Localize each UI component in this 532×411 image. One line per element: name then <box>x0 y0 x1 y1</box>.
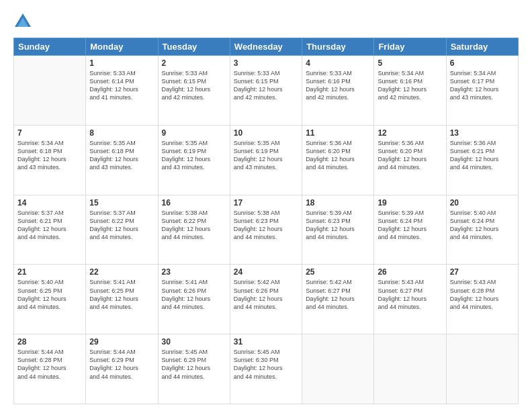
day-number: 5 <box>378 58 442 68</box>
day-content: Sunrise: 5:34 AMSunset: 6:18 PMDaylight:… <box>17 139 82 172</box>
day-number: 10 <box>234 128 298 138</box>
day-content: Sunrise: 5:38 AMSunset: 6:23 PMDaylight:… <box>234 209 298 242</box>
calendar-cell: 30Sunrise: 5:45 AMSunset: 6:29 PMDayligh… <box>158 334 230 404</box>
day-content: Sunrise: 5:45 AMSunset: 6:29 PMDaylight:… <box>162 348 226 381</box>
day-number: 8 <box>89 128 154 138</box>
calendar-week-5: 28Sunrise: 5:44 AMSunset: 6:28 PMDayligh… <box>14 334 519 404</box>
calendar-cell: 23Sunrise: 5:41 AMSunset: 6:26 PMDayligh… <box>158 265 230 334</box>
day-content: Sunrise: 5:37 AMSunset: 6:21 PMDaylight:… <box>17 209 82 242</box>
logo <box>13 12 35 31</box>
day-content: Sunrise: 5:39 AMSunset: 6:23 PMDaylight:… <box>306 209 370 242</box>
calendar-cell: 1Sunrise: 5:33 AMSunset: 6:14 PMDaylight… <box>86 56 158 126</box>
day-content: Sunrise: 5:36 AMSunset: 6:20 PMDaylight:… <box>306 139 370 172</box>
day-header-tuesday: Tuesday <box>158 38 230 56</box>
day-header-wednesday: Wednesday <box>230 38 302 56</box>
day-number: 11 <box>306 128 370 138</box>
day-content: Sunrise: 5:33 AMSunset: 6:14 PMDaylight:… <box>89 69 154 102</box>
day-number: 21 <box>17 267 82 277</box>
calendar-table: SundayMondayTuesdayWednesdayThursdayFrid… <box>13 38 519 404</box>
day-content: Sunrise: 5:40 AMSunset: 6:24 PMDaylight:… <box>450 209 515 242</box>
day-content: Sunrise: 5:35 AMSunset: 6:18 PMDaylight:… <box>89 139 154 172</box>
calendar-week-2: 7Sunrise: 5:34 AMSunset: 6:18 PMDaylight… <box>14 125 519 195</box>
day-number: 30 <box>162 337 226 347</box>
day-content: Sunrise: 5:42 AMSunset: 6:26 PMDaylight:… <box>234 278 298 311</box>
calendar-cell: 31Sunrise: 5:45 AMSunset: 6:30 PMDayligh… <box>230 334 302 404</box>
day-number: 16 <box>162 198 226 208</box>
calendar-cell: 17Sunrise: 5:38 AMSunset: 6:23 PMDayligh… <box>230 195 302 265</box>
calendar-cell: 10Sunrise: 5:35 AMSunset: 6:19 PMDayligh… <box>230 125 302 195</box>
calendar-cell: 29Sunrise: 5:44 AMSunset: 6:29 PMDayligh… <box>86 334 158 404</box>
day-number: 22 <box>89 267 154 277</box>
day-number: 2 <box>162 58 226 68</box>
day-number: 28 <box>17 337 82 347</box>
day-number: 23 <box>162 267 226 277</box>
calendar-cell: 2Sunrise: 5:33 AMSunset: 6:15 PMDaylight… <box>158 56 230 126</box>
calendar-cell: 11Sunrise: 5:36 AMSunset: 6:20 PMDayligh… <box>302 125 374 195</box>
day-header-friday: Friday <box>374 38 446 56</box>
calendar-header-row: SundayMondayTuesdayWednesdayThursdayFrid… <box>14 38 519 56</box>
calendar-cell <box>302 334 374 404</box>
day-content: Sunrise: 5:42 AMSunset: 6:27 PMDaylight:… <box>306 278 370 311</box>
day-content: Sunrise: 5:43 AMSunset: 6:27 PMDaylight:… <box>378 278 442 311</box>
day-number: 9 <box>162 128 226 138</box>
calendar-week-1: 1Sunrise: 5:33 AMSunset: 6:14 PMDaylight… <box>14 56 519 126</box>
page: SundayMondayTuesdayWednesdayThursdayFrid… <box>0 0 532 411</box>
day-content: Sunrise: 5:34 AMSunset: 6:16 PMDaylight:… <box>378 69 442 102</box>
day-number: 14 <box>17 198 82 208</box>
day-number: 29 <box>89 337 154 347</box>
calendar-cell: 21Sunrise: 5:40 AMSunset: 6:25 PMDayligh… <box>14 265 86 334</box>
day-number: 27 <box>450 267 515 277</box>
calendar-cell: 16Sunrise: 5:38 AMSunset: 6:22 PMDayligh… <box>158 195 230 265</box>
day-number: 20 <box>450 198 515 208</box>
day-content: Sunrise: 5:33 AMSunset: 6:15 PMDaylight:… <box>162 69 226 102</box>
calendar-cell <box>14 56 86 126</box>
day-number: 31 <box>234 337 298 347</box>
day-content: Sunrise: 5:43 AMSunset: 6:28 PMDaylight:… <box>450 278 515 311</box>
day-content: Sunrise: 5:36 AMSunset: 6:21 PMDaylight:… <box>450 139 515 172</box>
day-content: Sunrise: 5:33 AMSunset: 6:16 PMDaylight:… <box>306 69 370 102</box>
day-content: Sunrise: 5:41 AMSunset: 6:25 PMDaylight:… <box>89 278 154 311</box>
day-number: 19 <box>378 198 442 208</box>
calendar-week-3: 14Sunrise: 5:37 AMSunset: 6:21 PMDayligh… <box>14 195 519 265</box>
day-content: Sunrise: 5:44 AMSunset: 6:29 PMDaylight:… <box>89 348 154 381</box>
calendar-cell: 19Sunrise: 5:39 AMSunset: 6:24 PMDayligh… <box>374 195 446 265</box>
day-content: Sunrise: 5:45 AMSunset: 6:30 PMDaylight:… <box>234 348 298 381</box>
calendar-cell: 8Sunrise: 5:35 AMSunset: 6:18 PMDaylight… <box>86 125 158 195</box>
day-number: 6 <box>450 58 515 68</box>
day-content: Sunrise: 5:33 AMSunset: 6:15 PMDaylight:… <box>234 69 298 102</box>
calendar-week-4: 21Sunrise: 5:40 AMSunset: 6:25 PMDayligh… <box>14 265 519 334</box>
day-content: Sunrise: 5:36 AMSunset: 6:20 PMDaylight:… <box>378 139 442 172</box>
calendar-cell <box>446 334 518 404</box>
day-content: Sunrise: 5:39 AMSunset: 6:24 PMDaylight:… <box>378 209 442 242</box>
day-header-thursday: Thursday <box>302 38 374 56</box>
calendar-cell: 18Sunrise: 5:39 AMSunset: 6:23 PMDayligh… <box>302 195 374 265</box>
day-number: 12 <box>378 128 442 138</box>
day-number: 13 <box>450 128 515 138</box>
day-header-sunday: Sunday <box>14 38 86 56</box>
day-content: Sunrise: 5:40 AMSunset: 6:25 PMDaylight:… <box>17 278 82 311</box>
day-content: Sunrise: 5:34 AMSunset: 6:17 PMDaylight:… <box>450 69 515 102</box>
calendar-cell: 28Sunrise: 5:44 AMSunset: 6:28 PMDayligh… <box>14 334 86 404</box>
day-number: 15 <box>89 198 154 208</box>
day-content: Sunrise: 5:37 AMSunset: 6:22 PMDaylight:… <box>89 209 154 242</box>
day-number: 25 <box>306 267 370 277</box>
day-content: Sunrise: 5:38 AMSunset: 6:22 PMDaylight:… <box>162 209 226 242</box>
day-number: 7 <box>17 128 82 138</box>
day-header-monday: Monday <box>86 38 158 56</box>
day-number: 26 <box>378 267 442 277</box>
day-content: Sunrise: 5:35 AMSunset: 6:19 PMDaylight:… <box>234 139 298 172</box>
calendar-cell: 9Sunrise: 5:35 AMSunset: 6:19 PMDaylight… <box>158 125 230 195</box>
calendar-cell <box>374 334 446 404</box>
day-number: 1 <box>89 58 154 68</box>
day-number: 4 <box>306 58 370 68</box>
calendar-cell: 22Sunrise: 5:41 AMSunset: 6:25 PMDayligh… <box>86 265 158 334</box>
calendar-cell: 25Sunrise: 5:42 AMSunset: 6:27 PMDayligh… <box>302 265 374 334</box>
calendar-cell: 3Sunrise: 5:33 AMSunset: 6:15 PMDaylight… <box>230 56 302 126</box>
day-number: 3 <box>234 58 298 68</box>
calendar-cell: 26Sunrise: 5:43 AMSunset: 6:27 PMDayligh… <box>374 265 446 334</box>
calendar-cell: 4Sunrise: 5:33 AMSunset: 6:16 PMDaylight… <box>302 56 374 126</box>
header <box>13 12 519 31</box>
calendar-cell: 5Sunrise: 5:34 AMSunset: 6:16 PMDaylight… <box>374 56 446 126</box>
calendar-cell: 13Sunrise: 5:36 AMSunset: 6:21 PMDayligh… <box>446 125 518 195</box>
day-content: Sunrise: 5:44 AMSunset: 6:28 PMDaylight:… <box>17 348 82 381</box>
